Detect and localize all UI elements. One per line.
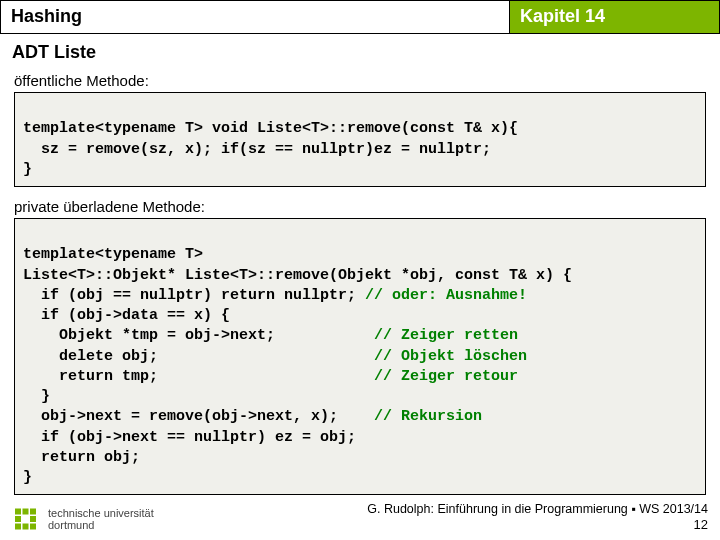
code-line: Liste<T>::Objekt* Liste<T>::remove(Objek…	[23, 267, 572, 284]
header-chapter: Kapitel 14	[510, 0, 720, 34]
code-line: obj->next = remove(obj->next, x); // Rek…	[23, 408, 482, 425]
code-line: template<typename T> void Liste<T>::remo…	[23, 120, 518, 137]
uni-line: technische universität	[48, 507, 154, 519]
code-line: }	[23, 161, 32, 178]
tu-logo-icon	[12, 504, 42, 534]
footer: technische universität dortmund G. Rudol…	[12, 501, 708, 534]
public-method-label: öffentliche Methode:	[14, 69, 706, 92]
section-title: ADT Liste	[0, 34, 720, 69]
code-line: if (obj->data == x) {	[23, 307, 230, 324]
comment: // Rekursion	[374, 408, 482, 425]
code-line: sz = remove(sz, x); if(sz == nullptr)ez …	[23, 141, 491, 158]
svg-rect-7	[30, 509, 36, 515]
university-name: technische universität dortmund	[48, 507, 154, 531]
credits: G. Rudolph: Einführung in die Programmie…	[367, 501, 708, 534]
comment: // Zeiger retten	[374, 327, 518, 344]
content-area: öffentliche Methode: template<typename T…	[0, 69, 720, 495]
code-line: }	[23, 469, 32, 486]
svg-rect-0	[15, 509, 21, 515]
svg-rect-6	[30, 516, 36, 522]
svg-rect-2	[15, 516, 21, 522]
uni-line: dortmund	[48, 519, 154, 531]
code-line: }	[23, 388, 50, 405]
credits-line: G. Rudolph: Einführung in die Programmie…	[367, 501, 708, 517]
svg-rect-3	[15, 524, 21, 530]
code-block-private: template<typename T> Liste<T>::Objekt* L…	[14, 218, 706, 495]
private-method-label: private überladene Methode:	[14, 195, 706, 218]
code-line: return obj;	[23, 449, 140, 466]
code-line: return tmp; // Zeiger retour	[23, 368, 518, 385]
code-block-public: template<typename T> void Liste<T>::remo…	[14, 92, 706, 187]
comment: // Zeiger retour	[374, 368, 518, 385]
comment: // Objekt löschen	[374, 348, 527, 365]
university-logo-group: technische universität dortmund	[12, 504, 154, 534]
code-line: if (obj->next == nullptr) ez = obj;	[23, 429, 356, 446]
code-line: if (obj == nullptr) return nullptr; // o…	[23, 287, 527, 304]
svg-rect-4	[23, 524, 29, 530]
header-bar: Hashing Kapitel 14	[0, 0, 720, 34]
comment: // oder: Ausnahme!	[365, 287, 527, 304]
page-number: 12	[367, 517, 708, 534]
svg-rect-5	[30, 524, 36, 530]
header-topic: Hashing	[0, 0, 510, 34]
code-line: Objekt *tmp = obj->next; // Zeiger rette…	[23, 327, 518, 344]
svg-rect-1	[23, 509, 29, 515]
code-line: template<typename T>	[23, 246, 203, 263]
code-line: delete obj; // Objekt löschen	[23, 348, 527, 365]
